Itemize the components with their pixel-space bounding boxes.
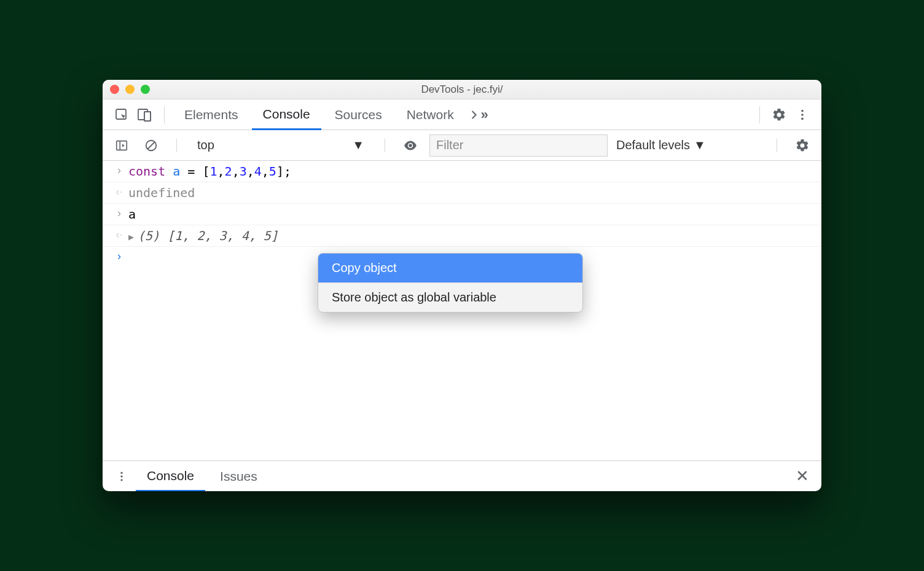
tab-elements[interactable]: Elements xyxy=(173,99,249,130)
console-input-row: › a xyxy=(103,204,821,225)
console-toolbar: top ▼ Filter Default levels ▼ xyxy=(103,130,821,161)
svg-point-4 xyxy=(801,109,804,112)
output-chevron-icon: ‹· xyxy=(110,185,128,198)
console-output-value: undefined xyxy=(128,185,812,200)
device-toggle-icon[interactable] xyxy=(135,104,155,125)
log-levels-label: Default levels xyxy=(616,138,690,152)
settings-icon[interactable] xyxy=(769,104,789,125)
kebab-menu-icon[interactable] xyxy=(792,104,813,125)
svg-line-10 xyxy=(148,142,155,149)
context-menu-store-global[interactable]: Store object as global variable xyxy=(318,282,582,312)
console-output-value[interactable]: ▶(5) [1, 2, 3, 4, 5] xyxy=(128,228,812,243)
divider xyxy=(176,139,177,152)
console-input-code: a xyxy=(128,207,812,222)
svg-point-11 xyxy=(120,472,122,473)
svg-rect-2 xyxy=(144,112,151,121)
window-title: DevTools - jec.fyi/ xyxy=(103,84,821,96)
live-expression-icon[interactable] xyxy=(400,135,421,156)
svg-point-5 xyxy=(801,114,804,116)
divider xyxy=(385,139,385,152)
tab-sources[interactable]: Sources xyxy=(324,99,393,130)
panel-tabbar: Elements Console Sources Network » xyxy=(103,99,821,130)
sidebar-toggle-icon[interactable] xyxy=(111,135,132,156)
divider xyxy=(759,106,760,123)
console-log-area[interactable]: › const a = [1,2,3,4,5]; ‹· undefined › … xyxy=(103,161,821,460)
close-drawer-icon[interactable]: ✕ xyxy=(792,466,813,487)
context-menu-copy-object[interactable]: Copy object xyxy=(318,254,582,282)
console-input-code: const a = [1,2,3,4,5]; xyxy=(128,164,812,179)
filter-placeholder: Filter xyxy=(436,138,463,152)
chevron-down-icon: ▼ xyxy=(694,138,706,152)
titlebar: DevTools - jec.fyi/ xyxy=(103,80,821,99)
svg-point-12 xyxy=(120,475,122,477)
console-output-row: ‹· undefined xyxy=(103,182,821,204)
console-output-row[interactable]: ‹· ▶(5) [1, 2, 3, 4, 5] xyxy=(103,225,821,247)
filter-input[interactable]: Filter xyxy=(429,134,608,157)
devtools-window: DevTools - jec.fyi/ Elements Console Sou… xyxy=(103,80,821,491)
tab-console[interactable]: Console xyxy=(252,99,321,130)
inspect-icon[interactable] xyxy=(111,104,132,125)
minimize-window-button[interactable] xyxy=(125,85,135,94)
log-levels-select[interactable]: Default levels ▼ xyxy=(616,138,706,152)
svg-point-6 xyxy=(801,117,804,120)
input-chevron-icon: › xyxy=(110,164,128,177)
context-menu: Copy object Store object as global varia… xyxy=(318,253,583,313)
execution-context-label: top xyxy=(197,138,214,152)
prompt-chevron-icon: › xyxy=(110,250,128,263)
clear-console-icon[interactable] xyxy=(141,135,162,156)
divider xyxy=(777,139,777,152)
expand-triangle-icon[interactable]: ▶ xyxy=(128,231,134,243)
input-chevron-icon: › xyxy=(110,207,128,220)
close-window-button[interactable] xyxy=(110,85,119,94)
traffic-lights xyxy=(110,85,150,94)
execution-context-select[interactable]: top ▼ xyxy=(192,136,370,155)
maximize-window-button[interactable] xyxy=(141,85,150,94)
drawer-tabbar: Console Issues ✕ xyxy=(103,460,821,491)
output-chevron-icon: ‹· xyxy=(110,228,128,241)
svg-point-13 xyxy=(120,479,122,481)
console-settings-icon[interactable] xyxy=(792,135,813,156)
console-input-row: › const a = [1,2,3,4,5]; xyxy=(103,161,821,182)
drawer-tab-issues[interactable]: Issues xyxy=(209,461,268,492)
chevron-down-icon: ▼ xyxy=(352,138,364,152)
tab-network[interactable]: Network xyxy=(396,99,465,130)
divider xyxy=(164,106,165,123)
drawer-kebab-icon[interactable] xyxy=(111,466,132,487)
more-tabs-icon[interactable]: » xyxy=(468,104,488,125)
svg-rect-7 xyxy=(117,141,127,150)
drawer-tab-console[interactable]: Console xyxy=(136,461,205,491)
